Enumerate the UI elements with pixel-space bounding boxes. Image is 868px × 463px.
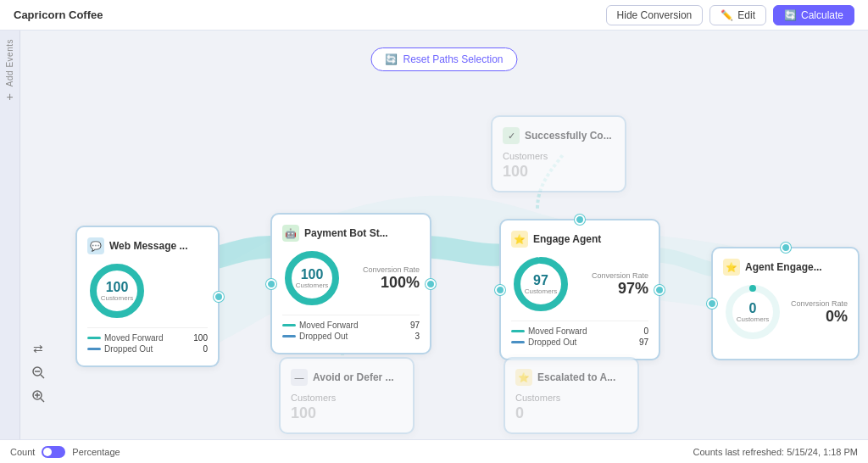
node-avoid-defer[interactable]: — Avoid or Defer ... Customers 100: [279, 357, 415, 434]
node-escalated-header: ⭐ Escalated to A...: [515, 369, 627, 386]
dropped-out-row: Dropped Out 0: [87, 344, 208, 354]
node-agent-engage-header: ⭐ Agent Engage...: [723, 259, 848, 276]
node-escalated-title: Escalated to A...: [537, 371, 615, 383]
node-agent-engage-donut: 0 Customers: [723, 282, 782, 342]
node-payment-bot-metrics: Moved Forward 97 Dropped Out 3: [282, 315, 420, 341]
node-engage-agent-body: 97 Customers Conversion Rate 97%: [511, 254, 648, 314]
moved-forward-row: Moved Forward 100: [87, 333, 208, 343]
node-payment-bot-header: 🤖 Payment Bot St...: [282, 225, 420, 242]
connector-dot-left: [707, 298, 717, 309]
calculate-button[interactable]: 🔄 Calculate: [773, 5, 854, 25]
node-web-message-body: 100 Customers: [87, 261, 208, 321]
count-percentage-toggle[interactable]: [42, 446, 65, 458]
node-web-message-title: Web Message ...: [109, 240, 187, 252]
add-events-plus[interactable]: +: [6, 90, 13, 103]
node-web-message-header: 💬 Web Message ...: [87, 237, 208, 254]
svg-line-9: [41, 375, 44, 378]
node-successfully-customers-label: Customers: [503, 151, 615, 161]
canvas-tools: ⇄: [29, 339, 47, 405]
reset-paths-button[interactable]: 🔄 Reset Paths Selection: [370, 47, 517, 71]
node-successfully-icon: ✓: [503, 127, 520, 144]
topbar-actions: Hide Conversion ✏️ Edit 🔄 Calculate: [606, 5, 854, 25]
connector-dot-top: [575, 215, 585, 225]
left-sidebar: Add Events +: [0, 31, 20, 463]
node-web-message-icon: 💬: [87, 237, 104, 254]
node-agent-engage-stats: Conversion Rate 0%: [791, 299, 848, 326]
node-avoid-defer-header: — Avoid or Defer ...: [291, 369, 403, 386]
node-engage-agent-header: ⭐ Engage Agent: [511, 231, 648, 248]
connector-dot-left: [266, 279, 276, 289]
connector-dot-right: [214, 292, 224, 302]
bottombar-left: Count Percentage: [10, 446, 120, 458]
node-payment-bot[interactable]: 🤖 Payment Bot St... 100 Customers Conver…: [270, 213, 431, 354]
app-title: Capricorn Coffee: [14, 8, 103, 21]
node-engage-agent-donut: 97 Customers: [511, 254, 570, 314]
shuffle-tool-button[interactable]: ⇄: [29, 339, 47, 358]
node-web-message[interactable]: 💬 Web Message ... 100 Customers Moved Fo…: [75, 226, 220, 367]
node-escalated[interactable]: ⭐ Escalated to A... Customers 0: [504, 357, 639, 434]
node-successfully-header: ✓ Successfully Co...: [503, 127, 615, 144]
refresh-timestamp: Counts last refreshed: 5/15/24, 1:18 PM: [693, 447, 858, 457]
node-engage-agent[interactable]: ⭐ Engage Agent 97 Customers Conversion R…: [499, 219, 660, 360]
svg-line-12: [41, 399, 44, 402]
hide-conversion-button[interactable]: Hide Conversion: [606, 5, 704, 25]
node-payment-bot-count: 100 Customers: [296, 268, 329, 289]
bottombar: Count Percentage Counts last refreshed: …: [0, 439, 868, 463]
node-engage-agent-count: 97 Customers: [525, 274, 558, 295]
connector-dot-top: [781, 243, 791, 253]
node-successfully[interactable]: ✓ Successfully Co... Customers 100: [491, 115, 626, 192]
connector-dot-left: [495, 285, 505, 295]
topbar: Capricorn Coffee Hide Conversion ✏️ Edit…: [0, 0, 868, 31]
customers-sub-label: Customers: [101, 294, 134, 302]
connector-dot-right: [654, 285, 665, 295]
node-escalated-count: 0: [515, 404, 627, 422]
node-engage-agent-icon: ⭐: [511, 231, 528, 248]
node-agent-engage-icon: ⭐: [723, 259, 740, 276]
node-payment-bot-body: 100 Customers Conversion Rate 100%: [282, 248, 420, 308]
node-engage-agent-stats: Conversion Rate 97%: [592, 271, 648, 298]
zoom-out-button[interactable]: [29, 363, 47, 382]
node-agent-engage-title: Agent Engage...: [745, 261, 822, 273]
node-payment-bot-icon: 🤖: [282, 225, 299, 242]
edit-button[interactable]: ✏️ Edit: [709, 5, 766, 25]
connector-dot-right: [426, 279, 436, 289]
node-engage-agent-title: Engage Agent: [533, 233, 601, 245]
node-avoid-defer-customers-label: Customers: [291, 393, 403, 403]
node-payment-bot-title: Payment Bot St...: [304, 227, 388, 239]
node-web-message-donut: 100 Customers: [87, 261, 147, 321]
edit-icon: ✏️: [721, 9, 733, 21]
node-agent-engage-count: 0 Customers: [737, 302, 770, 323]
node-web-message-count: 100 Customers: [101, 281, 134, 302]
node-avoid-defer-title: Avoid or Defer ...: [313, 371, 394, 383]
node-payment-bot-stats: Conversion Rate 100%: [363, 265, 420, 292]
node-agent-engage-body: 0 Customers Conversion Rate 0%: [723, 282, 848, 342]
count-label: Count: [10, 447, 35, 457]
node-escalated-icon: ⭐: [515, 369, 532, 386]
toggle-knob: [43, 448, 52, 456]
node-escalated-customers-label: Customers: [515, 393, 627, 403]
zoom-in-button[interactable]: [29, 387, 47, 405]
percentage-label: Percentage: [72, 447, 120, 457]
calculate-icon: 🔄: [784, 9, 797, 21]
node-engage-agent-metrics: Moved Forward 0 Dropped Out 97: [511, 321, 648, 347]
node-avoid-defer-count: 100: [291, 404, 403, 422]
node-successfully-count: 100: [503, 163, 615, 181]
reset-icon: 🔄: [385, 53, 398, 65]
node-payment-bot-donut: 100 Customers: [282, 248, 342, 308]
node-agent-engage[interactable]: ⭐ Agent Engage... 0 Customers Conversion…: [711, 247, 860, 360]
canvas: 🔄 Reset Paths Selection 💬 Web Message ..…: [20, 31, 868, 439]
node-web-message-metrics: Moved Forward 100 Dropped Out 0: [87, 327, 208, 354]
add-events-label: Add Events: [5, 39, 14, 86]
node-successfully-title: Successfully Co...: [525, 130, 612, 142]
node-avoid-defer-icon: —: [291, 369, 308, 386]
